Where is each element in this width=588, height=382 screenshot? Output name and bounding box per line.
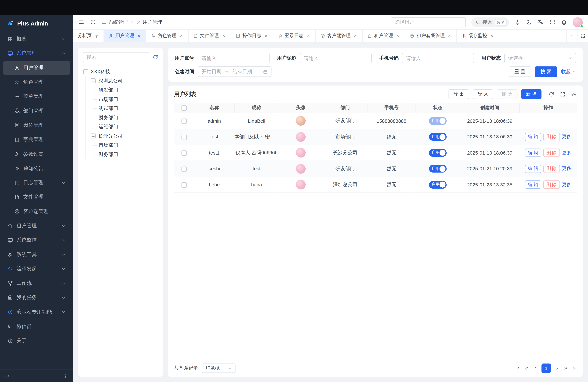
tree-refresh-icon[interactable]: [152, 54, 158, 60]
tree-search-input[interactable]: [83, 52, 149, 62]
user-nickname-input[interactable]: [300, 53, 372, 64]
row-checkbox[interactable]: [181, 166, 187, 171]
table-refresh-icon[interactable]: [549, 91, 554, 97]
current-page[interactable]: 1: [542, 363, 551, 373]
tab-analysis[interactable]: 分析页: [73, 30, 104, 42]
tree-node[interactable]: 研发部门: [83, 85, 158, 95]
tree-node[interactable]: 深圳总公司: [83, 76, 158, 85]
tab-client-management[interactable]: 客户端管理: [315, 30, 363, 42]
collapse-menu-icon[interactable]: [78, 19, 84, 25]
sidebar-item-notice[interactable]: 通知公告: [3, 161, 70, 175]
collapse-filters-link[interactable]: 收起: [561, 68, 576, 75]
row-checkbox[interactable]: [181, 134, 187, 140]
tree-node[interactable]: 市场部门: [83, 141, 158, 150]
tree-node[interactable]: 财务部门: [83, 113, 158, 122]
tab-file-management[interactable]: 文件管理: [189, 30, 231, 42]
close-tab-icon[interactable]: [353, 33, 358, 38]
more-button[interactable]: 更多: [562, 182, 571, 187]
sidebar-item-user-management[interactable]: 用户管理: [3, 61, 70, 75]
user-account-input[interactable]: [198, 53, 270, 64]
status-toggle[interactable]: 启用: [429, 117, 446, 125]
sidebar-item-my-tasks[interactable]: 我的任务: [3, 291, 70, 305]
tree-node[interactable]: 财务部门: [83, 150, 158, 159]
tab-user-management[interactable]: 用户管理: [104, 30, 146, 42]
reset-button[interactable]: 重 置: [509, 66, 531, 77]
collapse-node-icon[interactable]: [83, 69, 88, 74]
tab-login-log[interactable]: 登录日志: [273, 30, 315, 42]
close-tab-icon[interactable]: [136, 33, 141, 38]
date-range-picker[interactable]: 开始日期 结束日期: [198, 66, 272, 77]
sidebar-item-log-management[interactable]: 日志管理: [3, 175, 70, 190]
breadcrumb-item-system[interactable]: 系统管理: [102, 19, 128, 25]
global-search[interactable]: 搜索 ⌘ K: [471, 17, 509, 27]
sidebar-item-menu-management[interactable]: 菜单管理: [3, 89, 70, 104]
close-tab-icon[interactable]: [221, 33, 226, 38]
next-pages-icon[interactable]: [563, 366, 568, 371]
sidebar-item-demo-features[interactable]: 演示站专用功能: [3, 305, 70, 319]
import-button[interactable]: 导 入: [473, 89, 493, 99]
close-tab-icon[interactable]: [306, 33, 311, 38]
delete-button[interactable]: 删 除: [544, 149, 560, 157]
tabs-dropdown-icon[interactable]: [566, 30, 577, 42]
tree-node[interactable]: 市场部门: [83, 95, 158, 104]
user-avatar[interactable]: [573, 17, 583, 27]
collapse-node-icon[interactable]: [91, 78, 96, 83]
phone-input[interactable]: [402, 53, 474, 64]
edit-button[interactable]: 编 辑: [525, 165, 541, 173]
sidebar-item-dict-management[interactable]: 字典管理: [3, 132, 70, 147]
tab-operation-log[interactable]: 操作日志: [231, 30, 273, 42]
settings-icon[interactable]: [514, 19, 521, 25]
status-toggle[interactable]: 启用: [429, 149, 446, 157]
sidebar-item-tenant-management[interactable]: 租户管理: [3, 219, 70, 233]
tab-tenant-management[interactable]: 租户管理: [363, 30, 405, 42]
add-button[interactable]: 新 增: [521, 89, 542, 99]
sidebar-item-about[interactable]: 关于: [3, 334, 70, 348]
sidebar-item-role-management[interactable]: 角色管理: [3, 75, 70, 89]
status-toggle[interactable]: 启用: [429, 165, 446, 172]
sidebar-item-system-monitor[interactable]: 系统监控: [3, 233, 70, 247]
delete-button[interactable]: 删 除: [544, 165, 560, 173]
edit-button[interactable]: 编 辑: [525, 181, 541, 189]
status-toggle[interactable]: 启用: [429, 133, 446, 141]
tab-cache-monitor[interactable]: 缓存监控: [457, 30, 499, 42]
table-fullscreen-icon[interactable]: [560, 91, 566, 97]
edit-button[interactable]: 编 辑: [525, 149, 541, 157]
more-button[interactable]: 更多: [562, 150, 571, 155]
prev-page-icon[interactable]: [533, 366, 538, 371]
sidebar-item-post-management[interactable]: 岗位管理: [3, 118, 70, 132]
tab-tenant-package[interactable]: 租户套餐管理: [405, 30, 457, 42]
more-button[interactable]: 更多: [562, 134, 571, 139]
tree-node[interactable]: XXX科技: [83, 67, 158, 76]
select-all-checkbox[interactable]: [181, 105, 187, 110]
delete-button[interactable]: 删 除: [544, 181, 560, 189]
sidebar-item-file-management[interactable]: 文件管理: [3, 190, 70, 204]
prev-pages-icon[interactable]: [524, 366, 529, 371]
close-tab-icon[interactable]: [179, 33, 184, 38]
row-checkbox[interactable]: [181, 150, 187, 156]
search-button[interactable]: 搜 索: [535, 66, 557, 77]
delete-selected-button[interactable]: 删 除: [497, 89, 517, 99]
delete-button[interactable]: 删 除: [544, 133, 560, 141]
next-page-icon[interactable]: [555, 366, 560, 371]
first-page-icon[interactable]: [516, 366, 521, 371]
user-status-select[interactable]: 请选择: [504, 53, 576, 64]
breadcrumb-item-user[interactable]: 用户管理: [136, 19, 162, 25]
sidebar-item-client-management[interactable]: 客户端管理: [3, 204, 70, 219]
close-tab-icon[interactable]: [263, 33, 268, 38]
sidebar-item-system-management[interactable]: 系统管理: [3, 46, 70, 61]
more-button[interactable]: 更多: [562, 166, 571, 171]
column-settings-icon[interactable]: [571, 91, 577, 97]
dark-mode-icon[interactable]: [526, 19, 532, 25]
close-tab-icon[interactable]: [447, 33, 452, 38]
content-fullscreen-icon[interactable]: [577, 30, 588, 42]
sidebar-item-wechat-group[interactable]: 微信群: [3, 319, 70, 334]
collapse-node-icon[interactable]: [91, 134, 96, 139]
close-tab-icon[interactable]: [395, 33, 400, 38]
tree-node[interactable]: 运维部门: [83, 122, 158, 131]
edit-button[interactable]: 编 辑: [525, 133, 541, 141]
status-toggle[interactable]: 启用: [429, 181, 446, 189]
sidebar-item-workflow[interactable]: 工作流: [3, 276, 70, 291]
fullscreen-icon[interactable]: [549, 19, 555, 25]
sidebar-item-param-settings[interactable]: 参数设置: [3, 147, 70, 161]
page-size-select[interactable]: 10条/页: [202, 363, 235, 373]
